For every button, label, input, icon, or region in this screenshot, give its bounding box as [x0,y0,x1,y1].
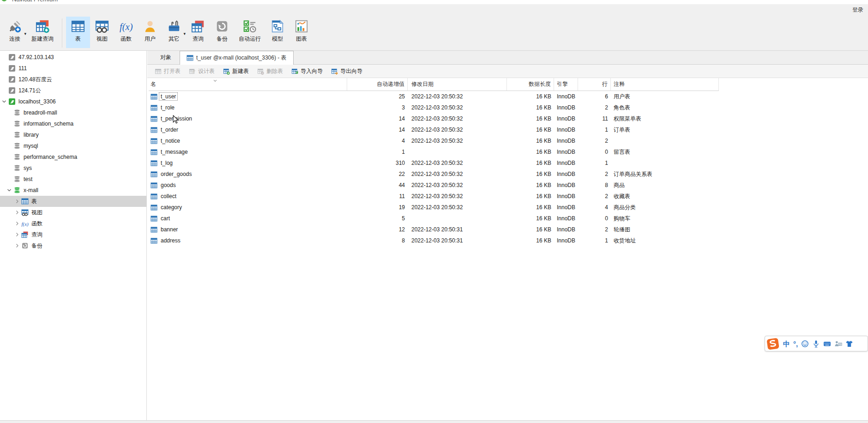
ime-button[interactable]: °, [793,340,798,347]
tree-item[interactable]: test [0,174,146,185]
toolbar-button[interactable]: 备份 [210,17,234,48]
table-toolbar-button[interactable]: 导出向导 [327,66,366,77]
table-row[interactable]: t_message 1 16 KB InnoDB 0 留言表 [149,146,719,157]
tree-item-label: library [24,132,39,138]
document-tab[interactable]: t_user @x-mall (localhost_3306) - 表 [180,51,294,65]
table-toolbar-button[interactable]: 设计表 [185,66,218,77]
column-header-name[interactable]: 名 [149,78,347,91]
ime-button[interactable] [834,340,842,348]
chevron-right-icon[interactable] [14,199,20,204]
tree-item[interactable]: mysql [0,140,146,151]
ime-button[interactable] [801,340,809,348]
toolbar-button[interactable]: 新建查询 [27,17,58,48]
column-header-modified-date[interactable]: 修改日期 [408,78,507,91]
tree-item[interactable]: localhost_3306 [0,96,146,107]
toolbar-button[interactable]: ▾ 连接 [3,17,27,48]
table-icon [151,204,157,211]
tree-item[interactable]: 47.92.103.143 [0,52,146,63]
chevron-down-icon[interactable] [1,99,7,104]
column-header-auto-increment[interactable]: 自动递增值 [347,78,408,91]
table-row[interactable]: order_goods 22 2022-12-03 20:50:32 16 KB… [149,169,719,180]
chevron-right-icon[interactable] [14,210,20,215]
toolbar-button[interactable]: 自动运行 [234,17,265,48]
column-header-rows[interactable]: 行 [578,78,611,91]
chevron-right-icon[interactable] [14,232,20,237]
tree-item[interactable]: performance_schema [0,151,146,163]
table-row[interactable]: t_notice 4 2022-12-03 20:50:32 16 KB Inn… [149,135,719,146]
tree-item[interactable]: 查询 [0,229,146,240]
table-row[interactable]: t_role 3 2022-12-03 20:50:32 16 KB InnoD… [149,102,719,113]
menu-item[interactable] [75,4,88,15]
table-row[interactable]: t_log 310 2022-12-03 20:50:32 16 KB Inno… [149,157,719,169]
toolbar-button[interactable]: 图表 [289,17,313,48]
tree-item[interactable]: 111 [0,63,146,74]
dropdown-arrow-icon[interactable]: ▾ [183,31,186,36]
table-row[interactable]: t_permission 14 2022-12-03 20:50:32 16 K… [149,113,719,124]
tree-item[interactable]: f(x) 函数 [0,218,146,229]
dropdown-arrow-icon[interactable]: ▾ [24,31,26,36]
table-row[interactable]: t_user 25 2022-12-03 20:50:32 16 KB Inno… [149,91,719,102]
tree-item-label: 视图 [31,209,42,217]
table-toolbar-button[interactable]: 导入向导 [288,66,326,77]
table-toolbar-button[interactable]: 打开表 [151,66,184,77]
modified-date: 2022-12-03 20:50:32 [408,102,507,113]
table-toolbar-button[interactable]: 新建表 [219,66,253,77]
ime-button[interactable] [766,337,780,350]
tab-label: t_user @x-mall (localhost_3306) - 表 [196,54,287,62]
toolbar-button-label: 其它 [169,35,180,43]
document-tab[interactable]: 对象 [152,51,180,64]
tree-item[interactable]: 视图 [0,207,146,218]
chevron-right-icon[interactable] [14,243,20,248]
table-row[interactable]: banner 12 2022-12-03 20:50:31 16 KB Inno… [149,224,719,235]
modified-date: 2022-12-03 20:50:32 [408,135,507,146]
table-row[interactable]: collect 11 2022-12-03 20:50:32 16 KB Inn… [149,191,719,202]
table-icon [151,138,157,145]
function-icon: f(x) [119,19,133,33]
toolbar-button[interactable]: 表 [66,17,90,48]
tree-item[interactable]: breadroll-mall [0,107,146,118]
tree-item[interactable]: 备份 [0,240,146,251]
tree-item[interactable]: information_schema [0,118,146,129]
ime-button[interactable] [812,340,820,348]
toolbar-button[interactable]: f(x) 函数 [114,17,138,48]
toolbar-button[interactable]: 查询 [186,17,210,48]
column-header-comment[interactable]: 注释 [611,78,719,91]
table-row[interactable]: t_order 14 2022-12-03 20:50:32 16 KB Inn… [149,124,719,135]
tree-item[interactable]: 表 [0,196,146,207]
toolbar-button-label: 新建查询 [31,35,54,43]
tree-item[interactable]: 124.71公 [0,85,146,96]
table-toolbar-button-label: 打开表 [164,67,181,75]
table-toolbar-button[interactable]: 删除表 [253,66,287,77]
tree-item[interactable]: sys [0,163,146,174]
toolbar-button[interactable]: ▾ 其它 [162,17,186,48]
chevron-down-icon[interactable] [6,187,12,193]
view-icon [21,209,29,216]
menu-item[interactable] [23,4,36,15]
new-query-icon [36,19,49,33]
toolbar-button[interactable]: 视图 [90,17,114,48]
ime-button[interactable] [845,340,853,348]
menu-item[interactable] [10,4,23,15]
column-header-engine[interactable]: 引擎 [554,78,578,91]
menu-item[interactable] [36,4,49,15]
chevron-right-icon[interactable] [14,221,20,226]
toolbar-button[interactable]: 用户 [138,17,162,48]
ime-button[interactable]: 中 [783,340,790,347]
table-row[interactable]: address 8 2022-12-03 20:50:31 16 KB Inno… [149,235,719,246]
ime-button[interactable] [823,340,831,348]
table-row[interactable]: goods 44 2022-12-03 20:50:32 16 KB InnoD… [149,180,719,191]
tree-item-label: 124.71公 [18,87,41,95]
toolbar-button[interactable]: 模型 [265,17,289,48]
tree-item[interactable]: library [0,129,146,140]
menu-item[interactable] [49,4,62,15]
menu-item[interactable] [0,4,10,15]
tree-item[interactable]: 120.48百度云 [0,74,146,85]
column-header-data-length[interactable]: 数据长度 [507,78,554,91]
login-button[interactable]: 登录 [852,4,863,15]
menu-item[interactable] [62,4,75,15]
database-gray-icon [13,109,21,116]
emoji-icon [801,340,809,348]
table-row[interactable]: category 19 2022-12-03 20:50:32 16 KB In… [149,202,719,213]
tree-item[interactable]: x-mall [0,185,146,196]
table-row[interactable]: cart 5 16 KB InnoDB 0 购物车 [149,213,719,224]
